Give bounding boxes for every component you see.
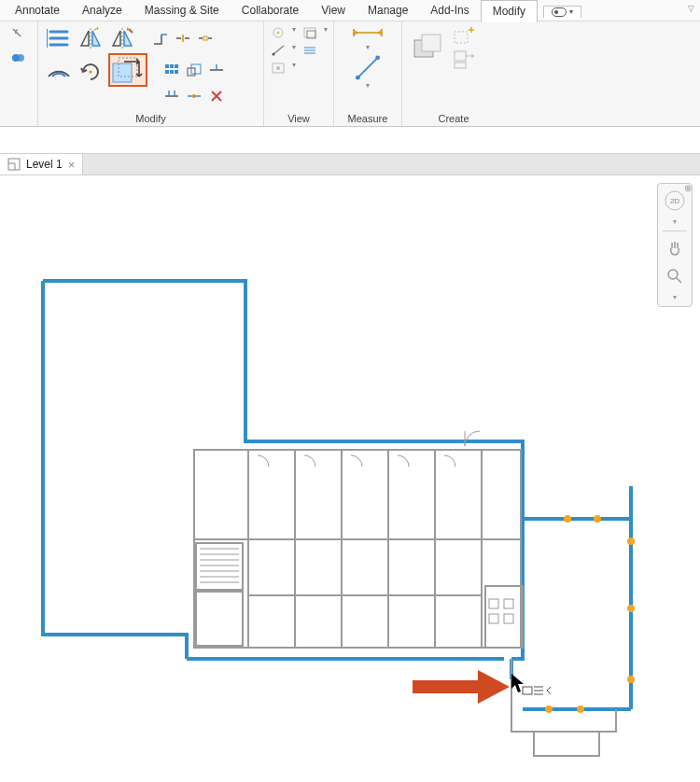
- svg-rect-43: [489, 599, 498, 608]
- tab-manage[interactable]: Manage: [357, 0, 419, 21]
- trim-multiple-icon[interactable]: [163, 89, 180, 104]
- svg-rect-41: [196, 592, 243, 646]
- svg-rect-11: [165, 70, 169, 74]
- show-hidden-icon[interactable]: [301, 25, 318, 40]
- linework-icon[interactable]: [270, 43, 287, 58]
- tab-annotate[interactable]: Annotate: [4, 0, 71, 21]
- svg-rect-6: [113, 63, 132, 82]
- svg-rect-27: [422, 35, 441, 51]
- svg-point-25: [375, 55, 380, 60]
- rotate-icon[interactable]: [77, 57, 104, 83]
- contextual-tab-dropdown[interactable]: ▾: [543, 6, 581, 18]
- svg-point-38: [627, 676, 635, 683]
- close-navbar-icon[interactable]: ⊗: [682, 182, 693, 193]
- chevron-down-icon[interactable]: ▾: [292, 43, 296, 58]
- svg-rect-8: [165, 64, 169, 68]
- tab-collaborate[interactable]: Collaborate: [231, 0, 310, 21]
- delete-icon[interactable]: [208, 89, 225, 104]
- svg-point-37: [577, 705, 584, 713]
- close-tab-icon[interactable]: ×: [68, 159, 76, 171]
- chevron-down-icon[interactable]: ▾: [324, 25, 328, 40]
- create-similar-icon[interactable]: [453, 25, 477, 46]
- svg-rect-44: [504, 599, 513, 608]
- svg-rect-47: [534, 732, 599, 756]
- chevron-down-icon[interactable]: ▾: [366, 43, 370, 51]
- trim-single-icon[interactable]: [208, 63, 225, 77]
- zoom-icon[interactable]: [662, 263, 688, 289]
- svg-rect-31: [8, 159, 20, 170]
- scale-icon[interactable]: [186, 63, 203, 77]
- hide-category-icon[interactable]: [301, 43, 318, 58]
- move-icon[interactable]: [109, 54, 147, 86]
- mouse-cursor: [511, 674, 551, 694]
- ribbon: Modify ▾ ▾ ▾ ▾ View ▾ ▾: [0, 21, 700, 127]
- tab-addins[interactable]: Add-Ins: [419, 0, 480, 21]
- svg-text:2D: 2D: [670, 197, 679, 205]
- join-icon[interactable]: [9, 47, 28, 65]
- panel-measure: ▾ ▾ Measure: [334, 21, 402, 126]
- svg-rect-46: [504, 614, 513, 623]
- thin-lines-icon[interactable]: [270, 25, 287, 40]
- viewcube-menu-icon[interactable]: ▾: [662, 216, 688, 227]
- tab-modify[interactable]: Modify: [481, 0, 538, 22]
- svg-point-16: [192, 94, 196, 98]
- override-graphics-icon[interactable]: [270, 61, 287, 76]
- array-icon[interactable]: [163, 63, 180, 77]
- tab-analyze[interactable]: Analyze: [71, 0, 133, 21]
- drawing-canvas[interactable]: ⊗ 2D ▾ ▾: [0, 175, 700, 782]
- aligned-dimension-icon[interactable]: [351, 25, 385, 40]
- offset-icon[interactable]: [46, 57, 72, 83]
- annotation-arrow: [413, 670, 510, 704]
- svg-point-35: [627, 605, 635, 612]
- floor-plan: [0, 175, 700, 782]
- align-icon[interactable]: [46, 25, 72, 51]
- panel-modify: Modify: [38, 21, 264, 126]
- svg-rect-19: [304, 28, 315, 37]
- svg-point-51: [668, 270, 678, 279]
- panel-label-view: View: [287, 111, 310, 124]
- panel-create: Create: [402, 21, 505, 126]
- document-tab-label: Level 1: [26, 158, 63, 171]
- svg-rect-10: [175, 64, 178, 68]
- svg-point-36: [545, 705, 553, 713]
- tab-view[interactable]: View: [310, 0, 357, 21]
- svg-rect-13: [175, 70, 178, 74]
- svg-point-24: [356, 76, 360, 80]
- floorplan-icon: [7, 158, 21, 171]
- mirror-draw-axis-icon[interactable]: [109, 25, 135, 51]
- create-group-icon[interactable]: [410, 25, 447, 68]
- trim-extend-corner-icon[interactable]: [152, 31, 169, 46]
- chevron-down-icon: ▾: [366, 81, 370, 90]
- cut-icon[interactable]: [9, 25, 28, 44]
- svg-rect-0: [553, 7, 567, 16]
- create-assembly-icon[interactable]: [453, 49, 477, 70]
- chevron-down-icon[interactable]: ▾: [292, 25, 296, 40]
- svg-rect-48: [523, 687, 532, 694]
- split-element-icon[interactable]: [175, 31, 191, 46]
- document-tabbar: Level 1 × ▽: [0, 153, 700, 175]
- tab-overflow-icon[interactable]: ▽: [688, 4, 694, 13]
- chevron-down-icon[interactable]: ▾: [292, 61, 296, 76]
- svg-point-1: [554, 10, 558, 14]
- svg-rect-4: [203, 36, 207, 40]
- svg-rect-9: [170, 64, 174, 68]
- chevron-down-icon: ▾: [569, 7, 573, 16]
- svg-rect-15: [191, 64, 201, 74]
- pan-icon[interactable]: [662, 235, 688, 261]
- pin-icon[interactable]: [186, 89, 203, 104]
- nav-menu-icon[interactable]: ▾: [662, 291, 688, 302]
- document-tab-level1[interactable]: Level 1 ×: [0, 154, 83, 175]
- panel-label-measure: Measure: [348, 111, 388, 124]
- measure-icon[interactable]: ▾: [349, 54, 386, 90]
- panel-label-modify: Modify: [135, 111, 165, 124]
- mirror-pick-axis-icon[interactable]: [77, 25, 104, 51]
- svg-rect-29: [455, 51, 466, 61]
- svg-rect-28: [455, 32, 468, 43]
- split-with-gap-icon[interactable]: [197, 31, 214, 46]
- navigation-bar: ⊗ 2D ▾ ▾: [657, 183, 693, 307]
- tab-massing-site[interactable]: Massing & Site: [133, 0, 231, 21]
- svg-rect-30: [455, 63, 466, 68]
- panel-view: ▾ ▾ ▾ ▾ View: [264, 21, 334, 126]
- svg-point-5: [90, 71, 92, 74]
- svg-rect-45: [489, 614, 498, 623]
